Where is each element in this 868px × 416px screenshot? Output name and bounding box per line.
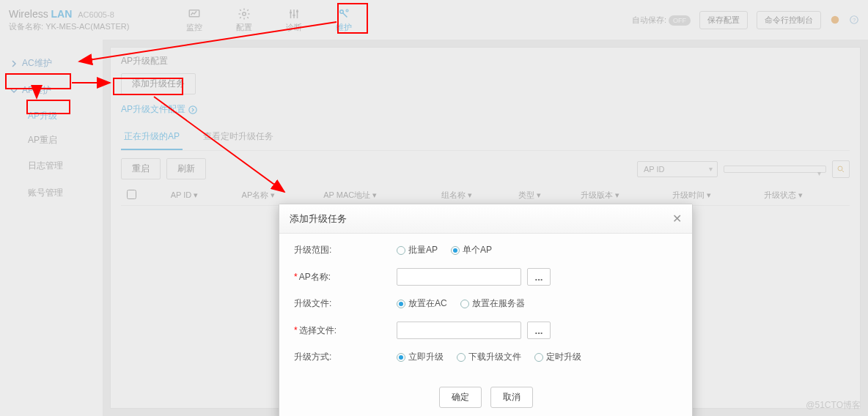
method-sched-radio[interactable]: 定时升级: [534, 351, 581, 363]
col-ap-mac[interactable]: AP MAC地址 ▾: [317, 185, 435, 206]
autosave-label: 自动保存: OFF: [632, 15, 691, 26]
select-file-input[interactable]: [397, 322, 521, 339]
svg-point-6: [346, 10, 348, 12]
svg-rect-2: [290, 12, 292, 13]
svg-point-1: [243, 12, 246, 15]
col-version[interactable]: 升级版本 ▾: [575, 185, 666, 206]
modal-body: 升级范围: 批量AP 单个AP *AP名称: ... 升级文件: 放置在AC 放…: [279, 234, 692, 379]
sidebar-ap-upgrade[interactable]: AP升级: [0, 104, 103, 128]
col-checkbox[interactable]: [121, 185, 165, 206]
col-type[interactable]: 类型 ▾: [512, 185, 575, 206]
ap-name-input[interactable]: [397, 268, 521, 286]
svg-point-7: [831, 16, 839, 24]
tab-scheduled[interactable]: 查看定时升级任务: [200, 125, 276, 150]
gear-icon: [238, 7, 251, 21]
col-status[interactable]: 升级状态 ▾: [758, 185, 850, 206]
modal-close-button[interactable]: ✕: [672, 212, 682, 226]
sidebar: AC维护 AP维护 AP升级 AP重启 日志管理 账号管理: [0, 40, 103, 416]
file-loc-label: 升级文件:: [294, 297, 397, 310]
restart-button[interactable]: 重启: [121, 158, 161, 179]
top-nav: 监控 配置 诊断 维护: [180, 4, 358, 36]
search-button[interactable]: [832, 160, 850, 178]
search-icon: [836, 165, 845, 174]
nav-config[interactable]: 配置: [230, 4, 258, 36]
refresh-button[interactable]: 刷新: [166, 158, 206, 179]
wrench-gear-icon: [337, 7, 350, 21]
modal-ok-button[interactable]: 确定: [439, 387, 482, 408]
chevron-right-icon: [10, 60, 18, 67]
sidebar-ap-maint[interactable]: AP维护: [0, 77, 103, 104]
nav-diag[interactable]: 诊断: [280, 4, 308, 36]
modal-footer: 确定 取消: [279, 379, 692, 416]
svg-rect-3: [293, 14, 295, 15]
svg-point-11: [838, 166, 842, 171]
method-dl-radio[interactable]: 下载升级文件: [457, 351, 521, 363]
col-group[interactable]: 组名称 ▾: [435, 185, 512, 206]
filter-select[interactable]: AP ID: [637, 161, 718, 177]
sidebar-log-mgmt[interactable]: 日志管理: [0, 152, 103, 179]
header-right: 自动保存: OFF 保存配置 命令行控制台 ?: [632, 11, 859, 29]
autosave-pill[interactable]: OFF: [669, 15, 691, 26]
file-ac-radio[interactable]: 放置在AC: [397, 297, 447, 310]
col-time[interactable]: 升级时间 ▾: [666, 185, 758, 206]
scope-single-radio[interactable]: 单个AP: [451, 244, 492, 256]
add-upgrade-task-button[interactable]: 添加升级任务: [121, 73, 196, 94]
monitor-icon: [188, 7, 201, 21]
header-bar: Wireless LAN AC6005-8 设备名称: YK-MES-AC(MA…: [0, 0, 868, 40]
method-now-radio[interactable]: 立即升级: [397, 351, 444, 363]
add-task-modal: 添加升级任务 ✕ 升级范围: 批量AP 单个AP *AP名称: ... 升级文件…: [279, 204, 693, 416]
sidebar-acct-mgmt[interactable]: 账号管理: [0, 179, 103, 207]
svg-text:?: ?: [853, 17, 856, 23]
filter-value[interactable]: [724, 166, 826, 173]
brand-title: Wireless LAN AC6005-8: [9, 8, 129, 20]
ap-table: AP ID ▾ AP名称 ▾ AP MAC地址 ▾ 组名称 ▾ 类型 ▾ 升级版…: [121, 185, 850, 206]
console-button[interactable]: 命令行控制台: [757, 11, 821, 29]
sidebar-ap-restart[interactable]: AP重启: [0, 128, 103, 152]
section-title: AP升级配置: [121, 55, 850, 67]
device-name: 设备名称: YK-MES-AC(MASTER): [9, 21, 129, 32]
scope-batch-radio[interactable]: 批量AP: [397, 244, 438, 256]
equalizer-icon: [287, 7, 301, 21]
modal-header: 添加升级任务 ✕: [279, 204, 692, 234]
file-server-radio[interactable]: 放置在服务器: [460, 297, 525, 310]
chevron-right-icon: [188, 105, 197, 114]
svg-rect-4: [296, 10, 298, 12]
select-file-label: *选择文件:: [294, 324, 397, 337]
tab-upgrading[interactable]: 正在升级的AP: [121, 125, 183, 150]
nav-maintain[interactable]: 维护: [330, 4, 358, 36]
modal-cancel-button[interactable]: 取消: [490, 387, 533, 408]
brand-block: Wireless LAN AC6005-8 设备名称: YK-MES-AC(MA…: [9, 8, 129, 32]
modal-title: 添加升级任务: [290, 212, 347, 226]
ap-name-label: *AP名称:: [294, 271, 397, 283]
nav-monitor[interactable]: 监控: [180, 4, 208, 36]
chevron-down-icon: [10, 87, 18, 94]
save-config-button[interactable]: 保存配置: [699, 11, 748, 29]
select-file-browse-button[interactable]: ...: [527, 322, 551, 339]
scope-label: 升级范围:: [294, 244, 397, 256]
table-toolbar: 重启 刷新 AP ID: [121, 158, 850, 179]
alert-icon[interactable]: [830, 15, 840, 25]
ap-name-browse-button[interactable]: ...: [527, 268, 551, 286]
help-icon[interactable]: ?: [849, 15, 859, 25]
watermark: @51CTO博客: [806, 399, 861, 412]
method-label: 升级方式:: [294, 351, 397, 363]
col-ap-name[interactable]: AP名称 ▾: [236, 185, 318, 206]
col-ap-id[interactable]: AP ID ▾: [165, 185, 236, 206]
svg-point-10: [189, 105, 196, 113]
tab-bar: 正在升级的AP 查看定时升级任务: [121, 125, 850, 151]
ap-file-config-link[interactable]: AP升级文件配置: [121, 103, 197, 116]
sidebar-ac-maint[interactable]: AC维护: [0, 50, 103, 77]
